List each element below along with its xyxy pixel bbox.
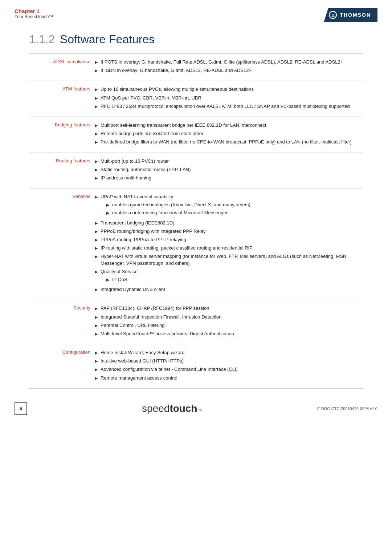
sub-list: ▶enables game technologies (Xbox live, D… bbox=[106, 202, 250, 216]
item-list: ▶Up to 16 simultaneous PVCs, allowing mu… bbox=[95, 86, 361, 110]
list-item: ▶Remote bridge ports are isolated from e… bbox=[95, 130, 361, 137]
bullet-arrow-icon: ▶ bbox=[95, 315, 98, 320]
item-list: ▶UPnP with NAT traversal capability:▶ena… bbox=[95, 194, 361, 293]
item-text: Hyper-NAT with virtual server mapping (f… bbox=[101, 254, 346, 266]
bullet-arrow-icon: ▶ bbox=[95, 367, 98, 372]
thomson-icon: △ bbox=[329, 11, 337, 19]
sub-list: ▶IP QoS bbox=[106, 276, 139, 283]
list-item: ▶PAP (RFC1334), CHAP (RFC1994) for PPP s… bbox=[95, 305, 361, 312]
item-text: Multi-port (up to 16 PVCs) router bbox=[101, 158, 169, 164]
list-item: ▶Remote management access control bbox=[95, 375, 361, 381]
item-text-wrapper: ATM QoS per PVC: CBR, VBR-rt, VBR-nrt, U… bbox=[101, 95, 201, 101]
item-text-wrapper: Parental Control, URL Filtering bbox=[101, 322, 165, 329]
feature-label: Routing features bbox=[29, 153, 93, 189]
list-item: ▶If ISDN in overlay: G.handshake, G.dmt,… bbox=[95, 67, 361, 74]
item-text: Advanced configuration via telnet - Comm… bbox=[101, 366, 238, 372]
item-text: IP routing with static routing, packet c… bbox=[101, 245, 253, 251]
bullet-arrow-icon: ▶ bbox=[95, 167, 98, 173]
item-text: If ISDN in overlay: G.handshake, G.dmt, … bbox=[101, 68, 252, 73]
list-item: ▶IP routing with static routing, packet … bbox=[95, 245, 361, 251]
item-text-wrapper: RFC 1483 / 2684 multiprotocol encapsulat… bbox=[101, 103, 350, 110]
sub-bullet-arrow-icon: ▶ bbox=[106, 277, 109, 283]
item-text: PPPoA routing, PPPoA-to-PPTP relaying bbox=[101, 237, 186, 242]
footer-doc-number: E-DOC-CTC-20050429-0098 v1.0 bbox=[317, 406, 377, 411]
list-item: ▶Intuitive web-based GUI (HTTP/HTTPs) bbox=[95, 358, 361, 364]
list-item: ▶Multi-level SpeedTouch™ access policies… bbox=[95, 331, 361, 337]
bullet-arrow-icon: ▶ bbox=[95, 254, 98, 259]
item-text-wrapper: Remote management access control bbox=[101, 375, 177, 381]
sub-list-item: ▶enables game technologies (Xbox live, D… bbox=[106, 202, 250, 208]
bullet-arrow-icon: ▶ bbox=[95, 123, 98, 128]
item-text-wrapper: IP routing with static routing, packet c… bbox=[101, 245, 253, 251]
list-item: ▶Quality of Service:▶IP QoS bbox=[95, 268, 361, 284]
bullet-arrow-icon: ▶ bbox=[95, 246, 98, 251]
item-text-wrapper: If ISDN in overlay: G.handshake, G.dmt, … bbox=[101, 67, 252, 74]
item-text-wrapper: Hyper-NAT with virtual server mapping (f… bbox=[101, 253, 361, 266]
page-footer: 6 speedtouch™ E-DOC-CTC-20050429-0098 v1… bbox=[0, 396, 392, 421]
feature-label: Bridging features bbox=[29, 117, 93, 153]
list-item: ▶PPPoE routing/bridging with integrated … bbox=[95, 228, 361, 235]
feature-label: Security bbox=[29, 300, 93, 344]
footer-logo-speed: speed bbox=[142, 403, 170, 414]
item-text: PAP (RFC1334), CHAP (RFC1994) for PPP se… bbox=[101, 305, 209, 311]
thomson-logo: △ THOMSON bbox=[324, 8, 377, 22]
item-text: Home Install Wizard, Easy Setup wizard bbox=[101, 350, 184, 355]
bullet-arrow-icon: ▶ bbox=[95, 269, 98, 275]
chapter-sub: Your SpeedTouch™ bbox=[15, 14, 53, 19]
bullet-arrow-icon: ▶ bbox=[95, 104, 98, 109]
item-text: ATM QoS per PVC: CBR, VBR-rt, VBR-nrt, U… bbox=[101, 95, 201, 101]
bullet-arrow-icon: ▶ bbox=[95, 306, 98, 311]
list-item: ▶Pre-defined bridge filters to WAN (no f… bbox=[95, 139, 361, 145]
item-text: PPPoE routing/bridging with integrated P… bbox=[101, 228, 206, 234]
feature-row: Configuration▶Home Install Wizard, Easy … bbox=[29, 344, 363, 389]
item-text: Intuitive web-based GUI (HTTP/HTTPs) bbox=[101, 358, 184, 364]
item-list: ▶If POTS in overlay: G. handshake, Full … bbox=[95, 59, 361, 74]
list-item: ▶Up to 16 simultaneous PVCs, allowing mu… bbox=[95, 86, 361, 93]
list-item: ▶Advanced configuration via telnet - Com… bbox=[95, 366, 361, 373]
sub-bullet-arrow-icon: ▶ bbox=[106, 202, 109, 208]
header-left: Chapter 1 Your SpeedTouch™ bbox=[15, 8, 53, 19]
item-text-wrapper: Up to 16 simultaneous PVCs, allowing mul… bbox=[101, 86, 254, 93]
list-item: ▶Hyper-NAT with virtual server mapping (… bbox=[95, 253, 361, 266]
sub-item-text: enables game technologies (Xbox live, Di… bbox=[112, 202, 250, 208]
bullet-arrow-icon: ▶ bbox=[95, 331, 98, 337]
item-text-wrapper: Home Install Wizard, Easy Setup wizard bbox=[101, 349, 184, 356]
item-text: Integrated Dynamic DNS client bbox=[101, 287, 165, 292]
list-item: ▶Integrated Dynamic DNS client bbox=[95, 286, 361, 293]
bullet-arrow-icon: ▶ bbox=[95, 175, 98, 181]
feature-row: Routing features▶Multi-port (up to 16 PV… bbox=[29, 153, 363, 189]
item-text: Remote bridge ports are isolated from ea… bbox=[101, 131, 203, 136]
item-text: Pre-defined bridge filters to WAN (no fi… bbox=[101, 139, 352, 145]
item-text: Multi-level SpeedTouch™ access policies,… bbox=[101, 331, 234, 336]
list-item: ▶ATM QoS per PVC: CBR, VBR-rt, VBR-nrt, … bbox=[95, 95, 361, 101]
item-text-wrapper: UPnP with NAT traversal capability:▶enab… bbox=[101, 194, 250, 218]
bullet-arrow-icon: ▶ bbox=[95, 131, 98, 137]
item-text: Multiport self-learning transparent brid… bbox=[101, 122, 266, 128]
page-number: 6 bbox=[19, 406, 22, 411]
list-item: ▶IP address multi-homing bbox=[95, 175, 361, 181]
feature-row: Bridging features▶Multiport self-learnin… bbox=[29, 117, 363, 153]
feature-items-col: ▶UPnP with NAT traversal capability:▶ena… bbox=[93, 189, 363, 300]
item-text: UPnP with NAT traversal capability: bbox=[101, 194, 175, 199]
feature-row: ATM features▶Up to 16 simultaneous PVCs,… bbox=[29, 81, 363, 117]
item-text-wrapper: PPPoA routing, PPPoA-to-PPTP relaying bbox=[101, 236, 186, 243]
item-text-wrapper: If POTS in overlay: G. handshake, Full R… bbox=[101, 59, 343, 65]
list-item: ▶Home Install Wizard, Easy Setup wizard bbox=[95, 349, 361, 356]
item-list: ▶Multiport self-learning transparent bri… bbox=[95, 122, 361, 146]
item-text-wrapper: IP address multi-homing bbox=[101, 175, 151, 181]
feature-items-col: ▶PAP (RFC1334), CHAP (RFC1994) for PPP s… bbox=[93, 300, 363, 344]
item-text-wrapper: Pre-defined bridge filters to WAN (no fi… bbox=[101, 139, 352, 145]
bullet-arrow-icon: ▶ bbox=[95, 229, 98, 234]
item-text: RFC 1483 / 2684 multiprotocol encapsulat… bbox=[101, 104, 350, 109]
item-list: ▶Multi-port (up to 16 PVCs) router▶Stati… bbox=[95, 158, 361, 182]
item-text: Integrated Stateful Inspection Firewall,… bbox=[101, 314, 221, 320]
footer-logo-tm: ™ bbox=[198, 408, 202, 413]
item-text: If POTS in overlay: G. handshake, Full R… bbox=[101, 59, 343, 65]
item-text: Static routing, automatic routes (PPP, L… bbox=[101, 167, 191, 172]
list-item: ▶UPnP with NAT traversal capability:▶ena… bbox=[95, 194, 361, 218]
bullet-arrow-icon: ▶ bbox=[95, 323, 98, 328]
list-item: ▶If POTS in overlay: G. handshake, Full … bbox=[95, 59, 361, 65]
item-text-wrapper: PAP (RFC1334), CHAP (RFC1994) for PPP se… bbox=[101, 305, 209, 312]
item-text: Remote management access control bbox=[101, 375, 177, 381]
bullet-arrow-icon: ▶ bbox=[95, 96, 98, 101]
